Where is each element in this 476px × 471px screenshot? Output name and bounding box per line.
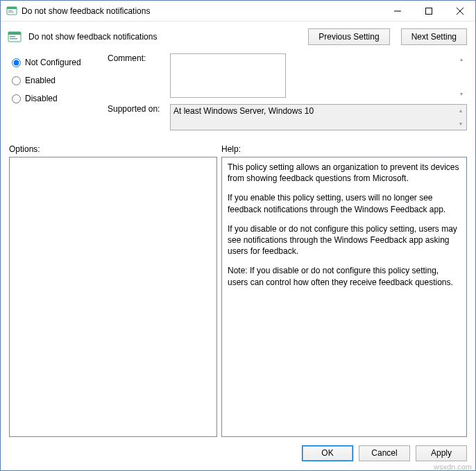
window-controls bbox=[382, 1, 475, 21]
header-row: Do not show feedback notifications Previ… bbox=[1, 22, 475, 51]
scroll-down-icon: ▾ bbox=[454, 118, 466, 130]
svg-rect-5 bbox=[425, 8, 432, 14]
previous-setting-button[interactable]: Previous Setting bbox=[308, 28, 389, 45]
comment-scroll: ▴ ▾ bbox=[455, 53, 467, 100]
comment-label: Comment: bbox=[108, 53, 170, 100]
options-label: Options: bbox=[9, 144, 217, 154]
radio-disabled-input[interactable] bbox=[12, 94, 21, 103]
window-title: Do not show feedback notifications bbox=[22, 6, 382, 16]
radio-enabled-label: Enabled bbox=[25, 76, 56, 85]
radio-disabled-label: Disabled bbox=[25, 94, 58, 103]
ok-button[interactable]: OK bbox=[302, 445, 353, 461]
radio-not-configured-label: Not Configured bbox=[25, 58, 81, 67]
radio-enabled[interactable]: Enabled bbox=[12, 76, 102, 85]
policy-title: Do not show feedback notifications bbox=[28, 32, 297, 42]
comment-textarea[interactable] bbox=[170, 53, 286, 98]
svg-rect-9 bbox=[8, 32, 21, 35]
config-area: Not Configured Enabled Disabled Comment:… bbox=[1, 51, 475, 137]
comment-column: Comment: ▴ ▾ Supported on: At least Wind… bbox=[108, 53, 467, 133]
panes-area: This policy setting allows an organizati… bbox=[1, 157, 475, 441]
radio-enabled-input[interactable] bbox=[12, 76, 21, 85]
svg-rect-10 bbox=[10, 36, 15, 37]
help-label: Help: bbox=[221, 144, 241, 154]
svg-rect-1 bbox=[7, 7, 17, 9]
scroll-down-icon[interactable]: ▾ bbox=[455, 88, 467, 100]
supported-on-value: At least Windows Server, Windows 10 bbox=[173, 106, 314, 116]
pane-labels: Options: Help: bbox=[1, 137, 475, 157]
footer: OK Cancel Apply bbox=[1, 441, 475, 470]
scroll-up-icon[interactable]: ▴ bbox=[455, 53, 467, 65]
help-paragraph: This policy setting allows an organizati… bbox=[228, 162, 461, 184]
next-setting-button[interactable]: Next Setting bbox=[401, 28, 467, 45]
close-button[interactable] bbox=[444, 1, 475, 21]
svg-rect-11 bbox=[10, 38, 17, 40]
options-pane bbox=[9, 157, 217, 437]
titlebar: Do not show feedback notifications bbox=[1, 1, 475, 22]
radio-not-configured[interactable]: Not Configured bbox=[12, 58, 102, 67]
maximize-button[interactable] bbox=[413, 1, 444, 21]
svg-rect-3 bbox=[8, 12, 14, 12]
scroll-up-icon: ▴ bbox=[454, 105, 466, 117]
apply-button[interactable]: Apply bbox=[416, 445, 467, 461]
minimize-button[interactable] bbox=[382, 1, 413, 21]
radio-disabled[interactable]: Disabled bbox=[12, 94, 102, 103]
help-paragraph: If you disable or do not configure this … bbox=[228, 223, 461, 257]
help-paragraph: Note: If you disable or do not configure… bbox=[228, 265, 461, 287]
supported-label: Supported on: bbox=[108, 104, 170, 130]
state-radio-group: Not Configured Enabled Disabled bbox=[12, 53, 102, 133]
svg-rect-2 bbox=[8, 10, 12, 11]
cancel-button[interactable]: Cancel bbox=[359, 445, 410, 461]
radio-not-configured-input[interactable] bbox=[12, 58, 21, 67]
policy-icon bbox=[8, 30, 22, 44]
supported-scroll: ▴ ▾ bbox=[454, 105, 466, 130]
help-paragraph: If you enable this policy setting, users… bbox=[228, 192, 461, 214]
supported-on-box: At least Windows Server, Windows 10 ▴ ▾ bbox=[170, 104, 467, 130]
app-icon bbox=[6, 6, 17, 17]
help-pane: This policy setting allows an organizati… bbox=[221, 157, 467, 437]
